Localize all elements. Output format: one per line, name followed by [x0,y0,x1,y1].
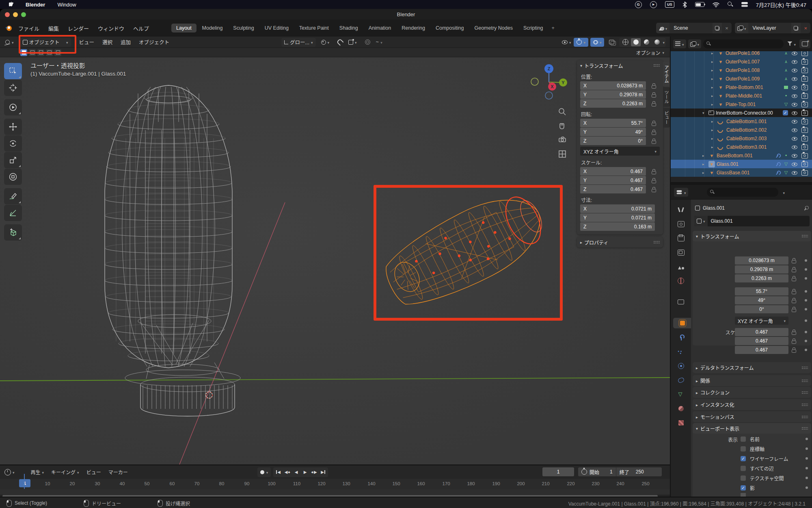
animate-dot[interactable] [805,349,807,351]
blender-logo-icon[interactable] [5,25,14,31]
rotation-mode-dropdown[interactable]: XYZ オイラー角 [735,317,788,325]
overlays-toggle[interactable] [590,38,605,47]
proportional-falloff-dropdown[interactable] [373,38,385,47]
workspace-tab[interactable]: Rendering [397,24,430,33]
expand-caret-icon[interactable] [711,137,717,141]
select-box-tool[interactable] [4,63,22,79]
collapsed-panel-header[interactable]: 関係 [693,375,811,386]
tab-collection[interactable] [673,297,689,307]
lock-icon[interactable] [792,289,797,294]
number-field[interactable]: 0.2263 m [735,274,788,282]
animate-dot[interactable] [806,438,808,440]
checkbox[interactable] [741,475,746,481]
object-id-browse[interactable] [694,216,708,226]
animate-dot[interactable] [805,268,807,271]
viewlayer-browse-button[interactable] [735,23,749,33]
outliner-filter-type-dropdown[interactable] [688,39,702,48]
disable-render-icon[interactable] [801,111,808,116]
disable-render-icon[interactable] [801,170,808,176]
selected-glass-object[interactable] [376,182,554,319]
animate-dot[interactable] [805,259,807,262]
object-name[interactable]: Plate-Middle.001 [726,93,762,99]
current-frame-field[interactable]: 1 [542,467,574,476]
expand-caret-icon[interactable] [702,111,708,115]
number-field[interactable]: Z0° [580,137,646,145]
play-circle-tool[interactable] [4,99,22,115]
animate-dot[interactable] [805,319,807,322]
timeline-track[interactable] [0,489,670,495]
gizmo-minus-z-ball[interactable] [545,92,553,99]
animate-dot[interactable] [806,486,808,489]
n-panel-tab[interactable]: ビュー [663,108,670,128]
workspace-tab[interactable]: UV Editing [260,24,294,33]
measure-tool[interactable] [4,205,22,221]
panel-grip-icon[interactable] [653,64,660,67]
navigation-gizmo[interactable]: Z Y X [529,62,569,102]
tab-output[interactable] [673,233,689,243]
battery-icon[interactable] [695,2,704,7]
hide-eye-icon[interactable] [792,110,798,115]
object-name[interactable]: BaseBottom.001 [717,153,753,158]
editor-divider[interactable] [671,182,812,185]
animate-dot[interactable] [805,290,807,293]
scene-unlink-button[interactable]: × [722,25,732,31]
outliner-row[interactable]: Glass.001 [671,160,812,168]
timeline-menu-item[interactable]: キーイング [48,469,83,475]
workspace-tab[interactable]: Scripting [518,24,548,33]
disable-render-icon[interactable] [801,145,808,150]
pin-icon[interactable] [803,205,810,212]
lock-icon[interactable] [652,169,657,174]
xray-toggle[interactable] [606,38,617,47]
scene-canvas[interactable] [0,57,670,465]
proportional-edit-button[interactable] [362,38,373,47]
number-field[interactable]: Y0.467 [580,176,646,185]
next-keyframe-button[interactable]: ◆▶ [310,468,318,476]
lock-icon[interactable] [792,267,797,272]
lock-icon[interactable] [792,307,797,312]
number-field[interactable]: 55.7° [735,287,788,295]
pivot-point-dropdown[interactable] [318,38,333,47]
panel-grip-icon[interactable] [801,391,808,394]
number-field[interactable]: Y49° [580,128,646,136]
lock-icon[interactable] [652,83,657,88]
hide-eye-icon[interactable] [792,102,798,107]
lock-icon[interactable] [652,101,657,106]
expand-caret-icon[interactable] [702,171,708,175]
outliner-filter-dropdown[interactable] [786,39,797,48]
mode-dropdown[interactable]: オブジェクト [20,38,71,47]
cursor-tool[interactable] [4,80,22,96]
number-field[interactable]: Y0.0721 m [580,213,655,222]
collection-checkbox[interactable] [783,110,788,115]
object-name[interactable]: OuterPole1.008 [726,67,760,73]
panel-grip-icon[interactable] [801,234,808,238]
animate-dot[interactable] [805,308,807,310]
rotation-mode-dropdown[interactable]: XYZ オイラー角 [580,147,660,156]
checkbox[interactable] [741,456,746,461]
tab-scene[interactable] [673,261,689,272]
lock-icon[interactable] [792,258,797,263]
play-circle-icon[interactable] [650,1,657,8]
tab-object-data[interactable] [673,389,689,399]
transform-panel-header[interactable]: トランスフォーム [693,231,811,241]
timeline-editor-type-button[interactable] [2,468,17,477]
editor-type-button[interactable] [2,38,17,47]
timeline-menu-item[interactable]: マーカー [105,469,132,475]
outliner-row[interactable]: OuterPole1.007 [671,57,812,66]
disable-render-icon[interactable] [801,51,808,56]
hide-eye-icon[interactable] [792,170,798,175]
lock-icon[interactable] [652,187,657,192]
gizmo-minus-y-ball[interactable] [531,78,538,85]
number-field[interactable]: X0.467 [580,167,646,176]
hide-eye-icon[interactable] [792,119,798,124]
outliner-row[interactable]: InnerBottom-Connector.00 [671,109,812,117]
workspace-tab[interactable]: Geometry Nodes [469,24,517,33]
viewlayer-remove-button[interactable]: × [801,25,810,31]
topbar-menu-item[interactable]: 編集 [44,24,63,32]
tab-constraints[interactable] [673,375,689,385]
disable-render-icon[interactable] [801,162,808,167]
expand-caret-icon[interactable] [711,94,717,98]
lock-icon[interactable] [792,339,797,343]
number-field[interactable]: Z0.2263 m [580,99,646,108]
wifi-icon[interactable] [713,2,719,7]
workspace-tab[interactable]: Animation [364,24,396,33]
